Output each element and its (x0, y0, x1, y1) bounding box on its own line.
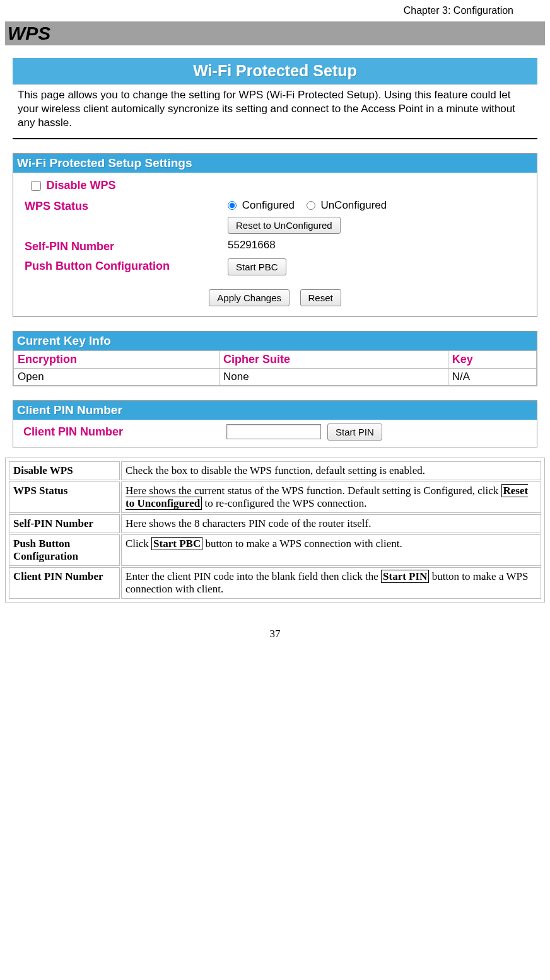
help-term: Push Button Configuration (9, 534, 120, 566)
help-term: Disable WPS (9, 461, 120, 480)
help-term: Client PIN Number (9, 567, 120, 599)
keyinfo-header-key: Key (448, 350, 536, 368)
config-screenshot: Wi-Fi Protected Setup This page allows y… (13, 58, 537, 447)
clientpin-input[interactable] (226, 424, 321, 439)
help-row: WPS Status Here shows the current status… (9, 481, 541, 513)
help-row: Disable WPS Check the box to disable the… (9, 461, 541, 480)
status-unconfigured-label: UnConfigured (320, 199, 387, 211)
help-desc: Click Start PBC button to make a WPS con… (121, 534, 541, 566)
selfpin-value: 55291668 (228, 239, 530, 251)
help-desc: Here shows the 8 characters PIN code of … (121, 514, 541, 533)
help-desc: Here shows the current status of the WPS… (121, 481, 541, 513)
keyinfo-table: Encryption Cipher Suite Key Open None N/… (13, 350, 537, 386)
status-unconfigured-radio[interactable] (307, 201, 315, 210)
keyinfo-panel: Current Key Info Encryption Cipher Suite… (13, 331, 537, 386)
disable-wps-label: Disable WPS (46, 179, 115, 192)
help-row: Self-PIN Number Here shows the 8 charact… (9, 514, 541, 533)
reset-unconfigured-button[interactable]: Reset to UnConfigured (228, 217, 341, 234)
banner-title: Wi-Fi Protected Setup (13, 58, 537, 84)
chapter-header: Chapter 3: Configuration (5, 0, 545, 19)
help-table: Disable WPS Check the box to disable the… (8, 460, 542, 600)
help-row: Client PIN Number Enter the client PIN c… (9, 567, 541, 599)
keyinfo-cell-key: N/A (448, 368, 536, 385)
boxed-text: Start PIN (381, 570, 429, 583)
clientpin-panel-header: Client PIN Number (13, 401, 537, 420)
help-term: Self-PIN Number (9, 514, 120, 533)
keyinfo-panel-header: Current Key Info (13, 331, 537, 350)
help-table-wrap: Disable WPS Check the box to disable the… (5, 458, 545, 602)
status-configured-label: Configured (242, 199, 295, 211)
start-pin-button[interactable]: Start PIN (327, 424, 382, 441)
keyinfo-header-cipher: Cipher Suite (219, 350, 448, 368)
help-desc: Check the box to disable the WPS functio… (121, 461, 541, 480)
keyinfo-cell-encryption: Open (14, 368, 219, 385)
reset-button[interactable]: Reset (300, 289, 341, 306)
help-row: Push Button Configuration Click Start PB… (9, 534, 541, 566)
help-desc: Enter the client PIN code into the blank… (121, 567, 541, 599)
disable-wps-row: Disable WPS (20, 178, 530, 196)
settings-panel-header: Wi-Fi Protected Setup Settings (13, 154, 537, 173)
clientpin-label: Client PIN Number (18, 425, 226, 439)
selfpin-label: Self-PIN Number (20, 239, 228, 253)
pbc-label: Push Button Configuration (20, 258, 228, 273)
page-number: 37 (5, 602, 545, 650)
keyinfo-header-encryption: Encryption (14, 350, 219, 368)
boxed-text: Start PBC (151, 537, 202, 550)
status-configured-radio[interactable] (228, 201, 237, 210)
help-term: WPS Status (9, 481, 120, 513)
keyinfo-cell-cipher: None (219, 368, 448, 385)
clientpin-panel: Client PIN Number Client PIN Number Star… (13, 400, 537, 447)
section-title: WPS (5, 21, 545, 45)
apply-changes-button[interactable]: Apply Changes (209, 289, 290, 306)
wps-status-label: WPS Status (20, 199, 228, 213)
start-pbc-button[interactable]: Start PBC (228, 258, 286, 275)
intro-text: This page allows you to change the setti… (13, 84, 537, 139)
disable-wps-checkbox[interactable] (31, 181, 41, 191)
settings-panel: Wi-Fi Protected Setup Settings Disable W… (13, 153, 537, 317)
